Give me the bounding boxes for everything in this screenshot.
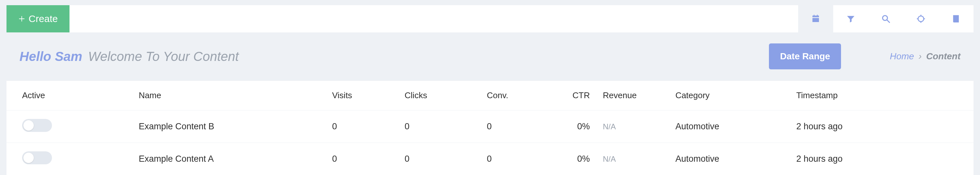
breadcrumb-current: Content — [926, 51, 961, 61]
th-timestamp: Timestamp — [790, 81, 974, 110]
cell-conv: 0 — [480, 143, 558, 175]
cell-name: Example Content B — [132, 110, 326, 143]
content-table-wrap: Active Name Visits Clicks Conv. CTR Reve… — [6, 80, 974, 175]
table-row: Example Content B 0 0 0 0% N/A Automotiv… — [6, 110, 974, 143]
cell-name: Example Content A — [132, 143, 326, 175]
book-icon — [951, 14, 961, 24]
cell-revenue: N/A — [597, 143, 669, 175]
active-toggle[interactable] — [22, 119, 52, 132]
breadcrumb: Home › Content — [890, 51, 961, 61]
search-button[interactable] — [868, 5, 904, 32]
create-button-label: Create — [29, 13, 58, 24]
svg-point-2 — [918, 16, 924, 22]
book-button[interactable] — [939, 5, 974, 32]
date-range-button[interactable]: Date Range — [769, 43, 841, 69]
svg-line-1 — [887, 20, 890, 23]
cell-category: Automotive — [669, 110, 790, 143]
greeting-welcome: Welcome To Your Content — [88, 49, 239, 64]
breadcrumb-separator: › — [919, 51, 921, 61]
calendar-button[interactable] — [798, 5, 833, 32]
greeting-hello: Hello Sam — [19, 49, 82, 64]
cell-category: Automotive — [669, 143, 790, 175]
cell-ctr: 0% — [558, 143, 596, 175]
th-active: Active — [6, 81, 132, 110]
cell-conv: 0 — [480, 110, 558, 143]
search-icon — [881, 14, 891, 24]
th-revenue: Revenue — [597, 81, 669, 110]
cell-ctr: 0% — [558, 110, 596, 143]
topbar-spacer — [70, 5, 798, 32]
table-header-row: Active Name Visits Clicks Conv. CTR Reve… — [6, 81, 974, 110]
cell-timestamp: 2 hours ago — [790, 110, 974, 143]
th-conv: Conv. — [480, 81, 558, 110]
breadcrumb-home[interactable]: Home — [890, 51, 914, 61]
th-clicks: Clicks — [398, 81, 480, 110]
cell-clicks: 0 — [398, 110, 480, 143]
page-title: Hello Sam Welcome To Your Content — [19, 49, 239, 64]
th-name: Name — [132, 81, 326, 110]
th-category: Category — [669, 81, 790, 110]
active-toggle[interactable] — [22, 151, 52, 164]
greeting-bar: Hello Sam Welcome To Your Content Date R… — [6, 32, 974, 80]
content-table: Active Name Visits Clicks Conv. CTR Reve… — [6, 81, 974, 175]
cell-timestamp: 2 hours ago — [790, 143, 974, 175]
table-row: Example Content A 0 0 0 0% N/A Automotiv… — [6, 143, 974, 175]
filter-button[interactable] — [833, 5, 868, 32]
cell-visits: 0 — [326, 110, 398, 143]
top-bar: Create — [6, 5, 974, 32]
th-ctr: CTR — [558, 81, 596, 110]
plus-icon — [18, 15, 25, 22]
cell-visits: 0 — [326, 143, 398, 175]
cell-clicks: 0 — [398, 143, 480, 175]
target-button[interactable] — [904, 5, 939, 32]
calendar-icon — [811, 14, 821, 24]
cell-revenue: N/A — [597, 110, 669, 143]
create-button[interactable]: Create — [6, 5, 70, 32]
toolbar — [798, 5, 974, 32]
th-visits: Visits — [326, 81, 398, 110]
filter-icon — [846, 14, 856, 24]
target-icon — [916, 14, 926, 24]
date-range-label: Date Range — [780, 51, 830, 61]
